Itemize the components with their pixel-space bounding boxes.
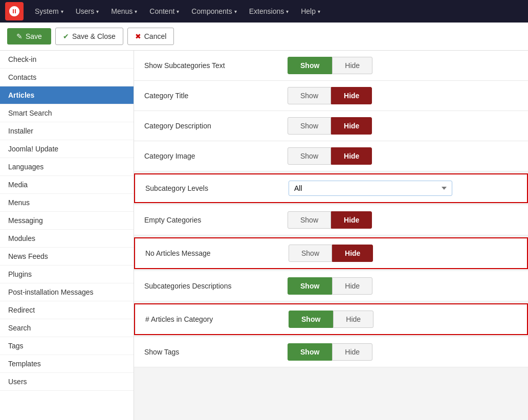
- sidebar-item-modules[interactable]: Modules: [0, 230, 134, 248]
- show-tags-hide-btn[interactable]: Hide: [332, 343, 372, 361]
- show-subcategories-text-hide-btn[interactable]: Hide: [332, 57, 372, 74]
- sidebar-item-smart-search[interactable]: Smart Search: [0, 104, 134, 122]
- sidebar-item-users[interactable]: Users: [0, 373, 134, 391]
- show-tags-show-btn[interactable]: Show: [288, 343, 332, 361]
- setting-subcategory-levels: Subcategory Levels All 1 2 3 4 5: [134, 173, 528, 203]
- main-layout: Check-in Contacts Articles Smart Search …: [0, 51, 528, 420]
- sidebar-item-news-feeds[interactable]: News Feeds: [0, 248, 134, 266]
- subcategory-levels-select[interactable]: All 1 2 3 4 5: [289, 181, 452, 196]
- articles-in-category-hide-btn[interactable]: Hide: [333, 311, 373, 328]
- empty-categories-show-btn[interactable]: Show: [288, 211, 331, 229]
- cancel-icon: ✖: [135, 32, 141, 40]
- label-subcategory-levels: Subcategory Levels: [145, 184, 289, 192]
- sidebar-item-messaging[interactable]: Messaging: [0, 212, 134, 230]
- nav-components[interactable]: Components▾: [186, 4, 241, 18]
- sidebar-item-joomla-update[interactable]: Joomla! Update: [0, 140, 134, 158]
- subcategories-descriptions-show-btn[interactable]: Show: [288, 277, 332, 295]
- setting-empty-categories: Empty Categories Show Hide: [134, 205, 528, 235]
- toggle-empty-categories: Show Hide: [288, 211, 372, 229]
- sidebar-item-contacts[interactable]: Contacts: [0, 69, 134, 86]
- settings-content: Show Subcategories Text Show Hide Catego…: [134, 51, 528, 420]
- label-show-tags: Show Tags: [144, 348, 288, 356]
- toggle-show-subcategories-text: Show Hide: [288, 57, 372, 74]
- label-articles-in-category: # Articles in Category: [145, 315, 289, 323]
- setting-category-image: Category Image Show Hide: [134, 141, 528, 171]
- category-description-hide-btn[interactable]: Hide: [331, 117, 372, 135]
- setting-no-articles-message: No Articles Message Show Hide: [134, 237, 528, 269]
- label-category-image: Category Image: [144, 152, 288, 160]
- toggle-articles-in-category: Show Hide: [289, 311, 373, 328]
- articles-in-category-show-btn[interactable]: Show: [289, 311, 333, 328]
- nav-menus[interactable]: Menus▾: [106, 4, 142, 18]
- nav-help[interactable]: Help▾: [296, 4, 325, 18]
- sidebar-item-installer[interactable]: Installer: [0, 122, 134, 140]
- sidebar-item-search[interactable]: Search: [0, 319, 134, 337]
- category-image-show-btn[interactable]: Show: [288, 147, 331, 165]
- toggle-no-articles-message: Show Hide: [289, 245, 373, 262]
- save-close-button[interactable]: ✔ Save & Close: [55, 28, 123, 45]
- save-button[interactable]: ✎ Save: [7, 28, 51, 45]
- setting-category-title: Category Title Show Hide: [134, 81, 528, 111]
- sidebar-item-tags[interactable]: Tags: [0, 337, 134, 355]
- setting-show-tags: Show Tags Show Hide: [134, 337, 528, 367]
- label-show-subcategories-text: Show Subcategories Text: [144, 61, 288, 70]
- label-category-description: Category Description: [144, 122, 288, 130]
- nav-content[interactable]: Content▾: [144, 4, 184, 18]
- nav-system[interactable]: System▾: [30, 4, 69, 18]
- cancel-button[interactable]: ✖ Cancel: [127, 28, 174, 45]
- sidebar-item-languages[interactable]: Languages: [0, 158, 134, 176]
- label-category-title: Category Title: [144, 92, 288, 100]
- toggle-subcategories-descriptions: Show Hide: [288, 277, 372, 295]
- subcategories-descriptions-hide-btn[interactable]: Hide: [332, 277, 372, 295]
- setting-category-description: Category Description Show Hide: [134, 111, 528, 141]
- label-no-articles-message: No Articles Message: [145, 249, 289, 257]
- category-title-hide-btn[interactable]: Hide: [331, 87, 372, 104]
- empty-categories-hide-btn[interactable]: Hide: [331, 211, 372, 229]
- sidebar-item-check-in[interactable]: Check-in: [0, 51, 134, 69]
- setting-show-subcategories-text: Show Subcategories Text Show Hide: [134, 51, 528, 81]
- category-title-show-btn[interactable]: Show: [288, 87, 331, 104]
- check-icon: ✔: [63, 32, 69, 40]
- toggle-show-tags: Show Hide: [288, 343, 372, 361]
- save-icon: ✎: [16, 32, 23, 40]
- sidebar: Check-in Contacts Articles Smart Search …: [0, 51, 134, 420]
- top-navigation: System▾ Users▾ Menus▾ Content▾ Component…: [0, 0, 528, 23]
- joomla-logo[interactable]: [5, 2, 24, 20]
- toggle-category-title: Show Hide: [288, 87, 372, 104]
- no-articles-message-show-btn[interactable]: Show: [289, 245, 332, 262]
- sidebar-item-articles[interactable]: Articles: [0, 86, 134, 104]
- sidebar-item-menus[interactable]: Menus: [0, 194, 134, 212]
- category-description-show-btn[interactable]: Show: [288, 117, 331, 135]
- label-empty-categories: Empty Categories: [144, 216, 288, 224]
- nav-extensions[interactable]: Extensions▾: [244, 4, 294, 18]
- sidebar-item-plugins[interactable]: Plugins: [0, 266, 134, 283]
- sidebar-item-post-installation[interactable]: Post-installation Messages: [0, 283, 134, 301]
- show-subcategories-text-show-btn[interactable]: Show: [288, 57, 332, 74]
- sidebar-item-redirect[interactable]: Redirect: [0, 301, 134, 319]
- no-articles-message-hide-btn[interactable]: Hide: [332, 245, 373, 262]
- nav-users[interactable]: Users▾: [71, 4, 104, 18]
- setting-subcategories-descriptions: Subcategories Descriptions Show Hide: [134, 271, 528, 301]
- category-image-hide-btn[interactable]: Hide: [331, 147, 372, 165]
- toggle-category-image: Show Hide: [288, 147, 372, 165]
- toggle-category-description: Show Hide: [288, 117, 372, 135]
- label-subcategories-descriptions: Subcategories Descriptions: [144, 282, 288, 290]
- sidebar-item-media[interactable]: Media: [0, 176, 134, 194]
- toolbar: ✎ Save ✔ Save & Close ✖ Cancel: [0, 23, 528, 51]
- sidebar-item-templates[interactable]: Templates: [0, 355, 134, 373]
- setting-articles-in-category: # Articles in Category Show Hide: [134, 303, 528, 335]
